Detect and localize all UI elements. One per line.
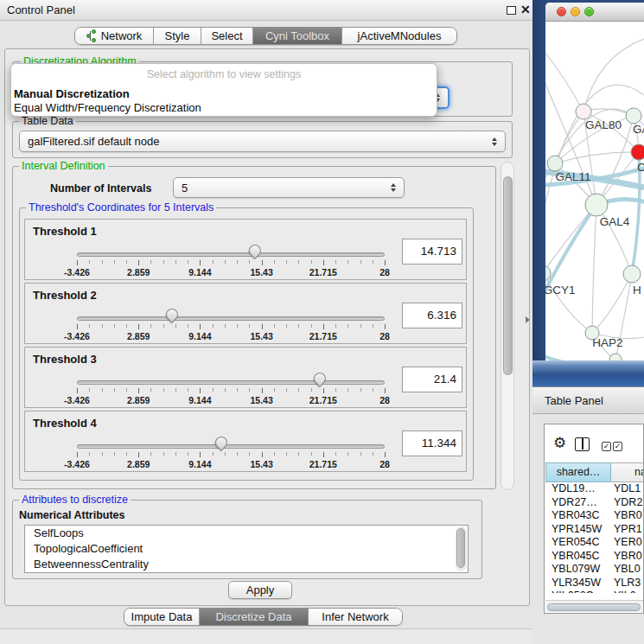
tab-cyni-toolbox[interactable]: Cyni Toolbox bbox=[253, 28, 342, 44]
tick-mark bbox=[373, 452, 373, 456]
table-data-select[interactable]: galFiltered.sif default node bbox=[19, 131, 506, 152]
menu-item-manual-discretization[interactable]: Manual Discretization bbox=[14, 87, 130, 100]
tick-mark bbox=[373, 388, 373, 392]
network-canvas[interactable]: GAL80GACGAL11GAL4GCY1HHAP2 bbox=[545, 22, 644, 360]
threshold-label: Threshold 3 bbox=[33, 353, 97, 366]
table-row[interactable]: YDL19…YDL1 bbox=[546, 482, 644, 496]
tick-mark bbox=[385, 260, 386, 265]
checkbox-icon[interactable]: ✓ bbox=[613, 442, 622, 451]
attribute-list-item[interactable]: BetweennessCentrality bbox=[25, 557, 468, 572]
panel-title: Control Panel bbox=[7, 3, 75, 16]
slider-track[interactable] bbox=[77, 252, 385, 257]
network-node[interactable] bbox=[609, 354, 622, 360]
tick-mark bbox=[150, 324, 151, 328]
tab-label: Discretize Data bbox=[215, 610, 291, 623]
scrollbar-thumb[interactable] bbox=[503, 176, 513, 375]
tick-mark bbox=[225, 324, 226, 328]
slider-track[interactable] bbox=[77, 444, 385, 449]
slider-track[interactable] bbox=[77, 380, 385, 385]
table-row[interactable]: YBR045CYBR0 bbox=[546, 550, 644, 564]
network-node-gal80[interactable] bbox=[576, 104, 591, 119]
tab-discretize-data[interactable]: Discretize Data bbox=[200, 609, 309, 625]
control-panel-tabs: Network Style Select Cyni Toolbox jActiv… bbox=[74, 27, 457, 45]
network-node-gal4[interactable] bbox=[585, 194, 608, 216]
attribute-list-item[interactable]: SelfLoops bbox=[25, 526, 468, 541]
tick-mark bbox=[348, 324, 348, 328]
cell-shared-name: YBL079W bbox=[546, 563, 610, 575]
zoom-traffic-light-icon[interactable] bbox=[584, 7, 594, 16]
panel-scrollbar[interactable] bbox=[501, 162, 514, 490]
table-row[interactable]: YPR145WYPR1 bbox=[546, 523, 644, 537]
threshold-value-field[interactable]: 11.344 bbox=[402, 430, 462, 456]
tick-mark bbox=[150, 260, 151, 264]
network-window-titlebar[interactable] bbox=[545, 3, 644, 22]
checkbox-icon[interactable]: ✓ bbox=[602, 442, 611, 451]
node-label: GCY1 bbox=[545, 284, 575, 296]
tick-mark bbox=[335, 388, 336, 392]
tick-mark bbox=[175, 452, 176, 456]
tick-mark bbox=[89, 324, 90, 328]
close-icon[interactable]: ✕ bbox=[520, 3, 531, 16]
apply-button[interactable]: Apply bbox=[228, 581, 292, 599]
table-row[interactable]: YBL079WYBL0 bbox=[546, 563, 644, 577]
tick-mark bbox=[175, 260, 176, 264]
tick-mark bbox=[213, 324, 214, 328]
network-edge[interactable] bbox=[555, 152, 639, 163]
cell-shared-name: YLR345W bbox=[546, 577, 610, 589]
number-of-intervals-select[interactable]: 5 bbox=[173, 177, 405, 198]
tab-network[interactable]: Network bbox=[75, 28, 154, 44]
threshold-value-field[interactable]: 14.713 bbox=[402, 239, 462, 265]
table-row[interactable]: YLR345WYLR3 bbox=[546, 577, 644, 590]
table-hscrollbar[interactable] bbox=[545, 600, 644, 612]
tick-mark bbox=[286, 452, 287, 456]
tick-mark bbox=[188, 388, 188, 392]
slider-track[interactable] bbox=[77, 316, 385, 321]
menu-item-equal-width-frequency[interactable]: Equal Width/Frequency Discretization bbox=[14, 101, 201, 114]
tab-jactivemnodules[interactable]: jActiveMNodules bbox=[342, 28, 456, 44]
network-node-h[interactable] bbox=[623, 265, 641, 283]
close-traffic-light-icon[interactable] bbox=[557, 7, 566, 16]
minimize-traffic-light-icon[interactable] bbox=[571, 7, 580, 16]
cell-shared-name: YER054C bbox=[546, 536, 610, 548]
numerical-attributes-list[interactable]: SelfLoopsTopologicalCoefficientBetweenne… bbox=[24, 525, 469, 573]
tab-infer-network[interactable]: Infer Network bbox=[309, 609, 402, 625]
tick-mark bbox=[274, 388, 275, 392]
tab-style[interactable]: Style bbox=[154, 28, 201, 44]
scale-label: 9.144 bbox=[178, 459, 221, 469]
column-layout-icon[interactable] bbox=[575, 437, 590, 451]
tick-mark bbox=[114, 260, 115, 264]
tick-mark bbox=[237, 324, 238, 328]
network-edge[interactable] bbox=[592, 205, 596, 333]
table-row[interactable]: YBR043CYBR0 bbox=[546, 509, 644, 523]
table-row[interactable]: YER054CYER0 bbox=[546, 536, 644, 550]
float-window-icon[interactable] bbox=[507, 6, 516, 15]
tick-mark bbox=[311, 260, 312, 264]
network-node-ga[interactable] bbox=[626, 108, 641, 124]
column-header-name[interactable]: na bbox=[611, 462, 644, 482]
tick-mark bbox=[126, 260, 127, 264]
tick-mark bbox=[89, 452, 90, 456]
tick-mark bbox=[126, 324, 127, 328]
scale-label: 28 bbox=[363, 267, 406, 277]
scrollbar-thumb[interactable] bbox=[547, 603, 641, 611]
network-node-gal11[interactable] bbox=[547, 156, 563, 171]
attribute-list-item[interactable]: TopologicalCoefficient bbox=[25, 541, 468, 557]
attributes-scrollbar[interactable] bbox=[456, 526, 467, 571]
threshold-value-field[interactable]: 21.4 bbox=[402, 367, 462, 392]
network-edge[interactable] bbox=[545, 48, 583, 112]
threshold-value-field[interactable]: 6.316 bbox=[402, 303, 462, 328]
network-node-c[interactable] bbox=[631, 144, 644, 160]
tick-mark bbox=[126, 452, 127, 456]
gear-icon[interactable]: ⚙ bbox=[553, 436, 566, 450]
tick-mark bbox=[200, 324, 201, 329]
column-header-shared-name[interactable]: shared… bbox=[545, 462, 611, 482]
scrollbar-thumb[interactable] bbox=[456, 528, 465, 568]
splitter-collapse-icon[interactable] bbox=[526, 316, 530, 323]
table-row[interactable]: YDR27…YDR2 bbox=[546, 496, 644, 510]
tab-impute-data[interactable]: Impute Data bbox=[124, 609, 200, 625]
network-edge[interactable] bbox=[545, 273, 592, 333]
network-edge[interactable] bbox=[583, 39, 644, 112]
table-row[interactable]: YIL052CYIL0 bbox=[546, 590, 644, 593]
network-edge[interactable] bbox=[592, 274, 632, 333]
tab-select[interactable]: Select bbox=[201, 28, 253, 44]
